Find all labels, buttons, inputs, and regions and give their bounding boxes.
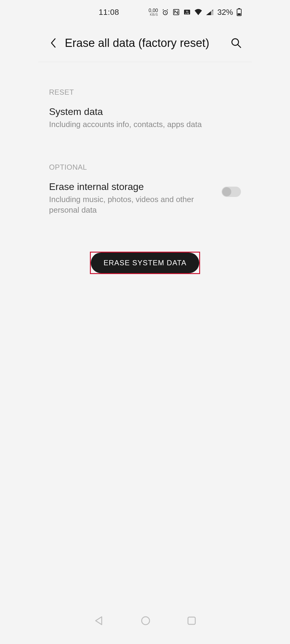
item-erase-internal-storage[interactable]: Erase internal storage Including music, … <box>49 181 241 215</box>
battery-percent: 32% <box>217 8 233 17</box>
svg-rect-6 <box>238 8 240 9</box>
toggle-knob <box>222 187 231 196</box>
chevron-left-icon <box>50 38 57 48</box>
item-system-data[interactable]: System data Including accounts info, con… <box>49 106 241 130</box>
nav-home-icon <box>140 616 151 626</box>
nav-back-icon <box>94 616 104 626</box>
page-header: Erase all data (factory reset) <box>38 24 252 62</box>
signal-icon: x <box>206 9 214 15</box>
svg-text:x: x <box>212 9 213 12</box>
svg-rect-10 <box>188 617 195 624</box>
section-label-reset: RESET <box>49 88 241 96</box>
back-button[interactable] <box>47 37 59 49</box>
erase-button-container: ERASE SYSTEM DATA <box>38 252 252 274</box>
erase-system-data-button[interactable]: ERASE SYSTEM DATA <box>91 253 199 273</box>
item-system-data-sub: Including accounts info, contacts, apps … <box>49 119 219 130</box>
nav-recent-icon <box>187 616 196 625</box>
item-erase-internal-title: Erase internal storage <box>49 181 216 192</box>
svg-text:LTE: LTE <box>185 12 189 15</box>
nav-bar <box>38 611 252 632</box>
nav-back-button[interactable] <box>94 616 104 627</box>
erase-button-highlight: ERASE SYSTEM DATA <box>90 252 200 274</box>
svg-point-8 <box>232 39 239 45</box>
item-system-data-title: System data <box>49 106 241 117</box>
section-reset: RESET System data Including accounts inf… <box>38 88 252 130</box>
wifi-icon <box>194 9 202 15</box>
item-erase-internal-sub: Including music, photos, videos and othe… <box>49 194 216 215</box>
svg-rect-7 <box>238 13 241 15</box>
toggle-erase-internal[interactable] <box>222 187 241 197</box>
net-speed-value: 0,00 <box>149 8 158 13</box>
search-icon <box>231 38 242 48</box>
status-right: 0,00 KB/S VoLTE x 32% <box>149 8 242 17</box>
svg-point-9 <box>142 617 150 625</box>
page-title: Erase all data (factory reset) <box>65 37 229 50</box>
search-button[interactable] <box>229 36 243 50</box>
section-optional: OPTIONAL Erase internal storage Includin… <box>38 163 252 215</box>
alarm-icon <box>162 8 169 16</box>
svg-text:Vo: Vo <box>186 10 188 12</box>
battery-icon <box>237 8 242 16</box>
volte-icon: VoLTE <box>183 8 191 16</box>
net-speed-indicator: 0,00 KB/S <box>149 8 158 16</box>
nfc-icon <box>173 8 180 16</box>
net-speed-unit: KB/S <box>150 13 158 16</box>
section-label-optional: OPTIONAL <box>49 163 241 172</box>
status-bar: 11:08 0,00 KB/S VoLTE <box>38 0 252 24</box>
status-time: 11:08 <box>99 8 119 17</box>
nav-recent-button[interactable] <box>187 616 196 626</box>
nav-home-button[interactable] <box>140 616 151 627</box>
